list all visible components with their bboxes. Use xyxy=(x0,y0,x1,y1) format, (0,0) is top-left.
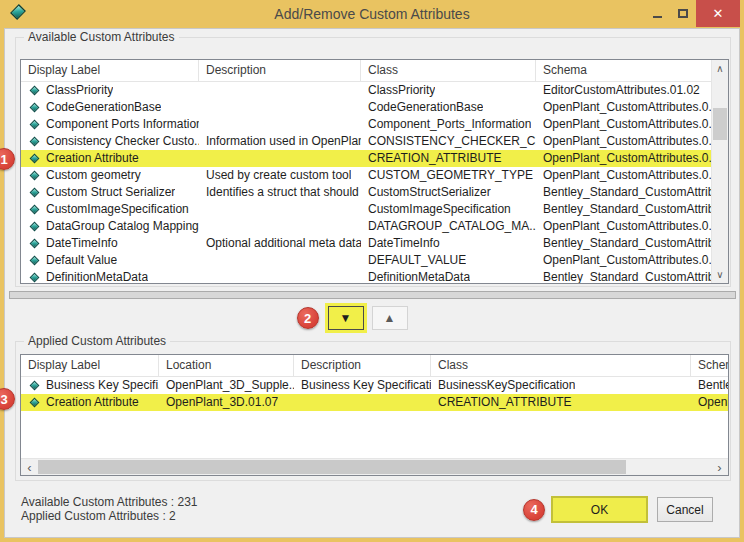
table-row[interactable]: CodeGenerationBaseCodeGenerationBaseOpen… xyxy=(21,99,728,116)
attribute-diamond-icon xyxy=(30,154,40,164)
cell-display_label: Custom geometry xyxy=(21,167,199,184)
column-header[interactable]: Class xyxy=(431,355,691,376)
dialog-title: Add/Remove Custom Attributes xyxy=(0,6,744,22)
scroll-down-icon[interactable]: ∨ xyxy=(712,266,728,283)
arrow-down-icon: ▼ xyxy=(340,311,352,325)
attribute-diamond-icon xyxy=(30,222,40,232)
cell-description xyxy=(199,82,361,99)
table-row[interactable]: DefinitionMetaDataDefinitionMetaDataBent… xyxy=(21,269,728,284)
cell-class_name: CUSTOM_GEOMETRY_TYPE xyxy=(361,167,536,184)
cell-schema: OpenPlant_CustomAttributes.0... xyxy=(536,116,728,133)
cell-schema: Bentley_Standard_CustomAttrib... xyxy=(536,269,728,284)
scroll-right-icon[interactable]: › xyxy=(711,459,728,475)
maximize-icon xyxy=(678,9,688,18)
cell-description xyxy=(199,252,361,269)
cell-description: Identifies a struct that should h... xyxy=(199,184,361,201)
move-buttons-row: 2 ▼ ▲ xyxy=(0,301,719,335)
cell-class_name: BusinessKeySpecification xyxy=(431,377,691,394)
available-count-text: Available Custom Attributes : 231 xyxy=(21,495,198,509)
column-header[interactable]: Description xyxy=(199,60,361,81)
attribute-diamond-icon xyxy=(30,256,40,266)
cell-display_label: ClassPriority xyxy=(21,82,199,99)
annotation-marker-2: 2 xyxy=(297,307,319,329)
cell-description xyxy=(199,116,361,133)
column-header[interactable]: Display Label xyxy=(21,60,199,81)
available-group-label: Available Custom Attributes xyxy=(24,30,179,44)
attribute-diamond-icon xyxy=(30,86,40,96)
cell-class_name: CustomStructSerializer xyxy=(361,184,536,201)
cell-schema: OpenPlant_CustomAttributes.0... xyxy=(536,167,728,184)
cell-location: OpenPlant_3D.01.07 xyxy=(159,394,294,411)
splitter-bar[interactable] xyxy=(9,291,736,299)
column-header[interactable]: Schema xyxy=(536,60,728,81)
cell-schema: OpenPlant_CustomAttributes.0... xyxy=(536,150,728,167)
cell-display_label: Creation Attribute xyxy=(21,394,159,411)
table-row[interactable]: CustomImageSpecificationCustomImageSpeci… xyxy=(21,201,728,218)
cell-display_label: CodeGenerationBase xyxy=(21,99,199,116)
ok-button[interactable]: OK xyxy=(551,496,648,523)
cell-location: OpenPlant_3D_Supple... xyxy=(159,377,294,394)
cell-class_name: Component_Ports_Information xyxy=(361,116,536,133)
cell-display_label: DefinitionMetaData xyxy=(21,269,199,284)
available-list[interactable]: Display LabelDescriptionClassSchema Clas… xyxy=(20,59,729,284)
attribute-diamond-icon xyxy=(30,120,40,130)
column-header[interactable]: Display Label xyxy=(21,355,159,376)
cancel-button[interactable]: Cancel xyxy=(657,497,713,522)
table-row[interactable]: Creation AttributeCREATION_ATTRIBUTEOpen… xyxy=(21,150,728,167)
titlebar[interactable]: Add/Remove Custom Attributes ✕ xyxy=(0,0,744,28)
cell-class_name: DATAGROUP_CATALOG_MA... xyxy=(361,218,536,235)
cell-schema: OpenPlant_CustomAttributes.0... xyxy=(536,133,728,150)
table-row[interactable]: DateTimeInfoOptional additional meta dat… xyxy=(21,235,728,252)
cell-class_name: CONSISTENCY_CHECKER_C... xyxy=(361,133,536,150)
close-button[interactable]: ✕ xyxy=(696,0,740,27)
vertical-scrollbar[interactable]: ∧ ∨ xyxy=(711,60,728,283)
table-row[interactable]: Custom geometryUsed by create custom too… xyxy=(21,167,728,184)
applied-list[interactable]: Display LabelLocationDescriptionClassSch… xyxy=(20,354,729,476)
table-row[interactable]: Business Key Specifi...OpenPlant_3D_Supp… xyxy=(21,377,728,394)
attribute-diamond-icon xyxy=(30,171,40,181)
cell-schema: Bentley_Standard_CustomAttrib... xyxy=(536,201,728,218)
cell-class_name: CREATION_ATTRIBUTE xyxy=(431,394,691,411)
column-header[interactable]: Class xyxy=(361,60,536,81)
table-row[interactable]: Consistency Checker Custo...Information … xyxy=(21,133,728,150)
move-down-button[interactable]: ▼ xyxy=(328,306,364,330)
table-row[interactable]: ClassPriorityClassPriorityEditorCustomAt… xyxy=(21,82,728,99)
available-list-header: Display LabelDescriptionClassSchema xyxy=(21,60,728,82)
horizontal-scrollbar[interactable]: ‹ › xyxy=(21,458,728,475)
applied-list-body: Business Key Specifi...OpenPlant_3D_Supp… xyxy=(21,377,728,411)
cell-class_name: CustomImageSpecification xyxy=(361,201,536,218)
cell-class_name: CREATION_ATTRIBUTE xyxy=(361,150,536,167)
cell-schema: OpenPlant_CustomAttributes.0... xyxy=(536,252,728,269)
table-row[interactable]: Component Ports InformationComponent_Por… xyxy=(21,116,728,133)
table-row[interactable]: DataGroup Catalog MappingDATAGROUP_CATAL… xyxy=(21,218,728,235)
scrollbar-thumb[interactable] xyxy=(38,460,626,474)
minimize-button[interactable] xyxy=(644,0,670,27)
cell-schema: OpenPlant_CustomAttributes.0... xyxy=(536,99,728,116)
table-row[interactable]: Custom Struct SerializerIdentifies a str… xyxy=(21,184,728,201)
scroll-left-icon[interactable]: ‹ xyxy=(21,459,38,475)
available-list-body: ClassPriorityClassPriorityEditorCustomAt… xyxy=(21,82,728,284)
cell-class_name: CodeGenerationBase xyxy=(361,99,536,116)
cell-display_label: Business Key Specifi... xyxy=(21,377,159,394)
cell-class_name: DefinitionMetaData xyxy=(361,269,536,284)
table-row[interactable]: Creation AttributeOpenPlant_3D.01.07CREA… xyxy=(21,394,728,411)
cell-schema: Bentley_Standard_CustomAttrib... xyxy=(536,235,728,252)
move-up-button[interactable]: ▲ xyxy=(372,306,408,330)
scrollbar-thumb[interactable] xyxy=(713,108,727,140)
column-header[interactable]: Description xyxy=(294,355,431,376)
scroll-up-icon[interactable]: ∧ xyxy=(712,60,728,77)
column-header[interactable]: Location xyxy=(159,355,294,376)
maximize-button[interactable] xyxy=(670,0,696,27)
dialog-body: Available Custom Attributes Display Labe… xyxy=(4,28,740,538)
cell-display_label: Consistency Checker Custo... xyxy=(21,133,199,150)
cell-schema: OpenPlant_CustomAttributes.0... xyxy=(536,218,728,235)
applied-group-label: Applied Custom Attributes xyxy=(24,334,170,348)
cell-description: Optional additional meta data fo... xyxy=(199,235,361,252)
column-header[interactable]: Schema xyxy=(691,355,728,376)
table-row[interactable]: Default ValueDEFAULT_VALUEOpenPlant_Cust… xyxy=(21,252,728,269)
cell-description xyxy=(199,201,361,218)
cell-display_label: DateTimeInfo xyxy=(21,235,199,252)
arrow-up-icon: ▲ xyxy=(384,311,396,325)
cell-class_name: DateTimeInfo xyxy=(361,235,536,252)
cell-display_label: Custom Struct Serializer xyxy=(21,184,199,201)
